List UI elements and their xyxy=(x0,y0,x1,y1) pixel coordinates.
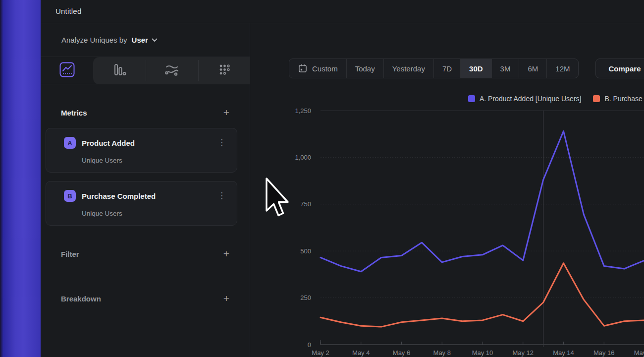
line-chart-icon xyxy=(59,62,75,79)
legend-label: A. Product Added [Unique Users] xyxy=(480,95,581,103)
range-button-label: Custom xyxy=(312,64,338,73)
metric-name: Purchase Completed xyxy=(82,192,156,200)
report-title[interactable]: Untitled xyxy=(55,7,81,15)
metric-badge: B xyxy=(64,190,76,202)
chart-panel: CustomTodayYesterday7D30D3M6M12M Compare… xyxy=(250,23,644,357)
add-metric-button[interactable]: + xyxy=(223,108,229,118)
legend-item[interactable]: B. Purchase Completed [Unique Users] xyxy=(593,95,644,103)
app-screenshot: Untitled Analyze Uniques by User xyxy=(0,0,644,357)
left-gradient-strip xyxy=(0,0,41,357)
query-builder-sidebar: Analyze Uniques by User xyxy=(41,23,250,357)
range-button-label: 7D xyxy=(442,64,452,73)
range-button-label: 12M xyxy=(555,64,570,73)
calendar-icon xyxy=(298,63,308,73)
range-button-30d[interactable]: 30D xyxy=(461,59,492,78)
analyze-by-row: Analyze Uniques by User xyxy=(41,23,250,57)
range-button-custom[interactable]: Custom xyxy=(289,59,347,78)
flows-icon xyxy=(164,63,180,79)
kebab-menu-icon[interactable]: ⋮ xyxy=(217,138,226,148)
range-button-label: Yesterday xyxy=(392,64,425,73)
compare-button[interactable]: Compare xyxy=(595,59,644,78)
range-button-today[interactable]: Today xyxy=(347,59,384,78)
range-button-7d[interactable]: 7D xyxy=(434,59,461,78)
retention-grid-icon xyxy=(217,63,231,79)
metric-badge: A xyxy=(64,137,76,149)
metric-measurement[interactable]: Unique Users xyxy=(82,210,122,217)
add-breakdown-button[interactable]: + xyxy=(223,294,229,303)
kebab-menu-icon[interactable]: ⋮ xyxy=(217,191,226,201)
range-button-6m[interactable]: 6M xyxy=(519,59,547,78)
breakdown-title: Breakdown xyxy=(61,295,101,303)
legend-label: B. Purchase Completed [Unique Users] xyxy=(604,95,644,103)
metrics-title: Metrics xyxy=(61,109,87,117)
tab-bar-chart[interactable] xyxy=(93,57,146,84)
add-filter-button[interactable]: + xyxy=(223,249,229,259)
analyze-by-label: Analyze Uniques by xyxy=(61,36,127,44)
legend-swatch xyxy=(468,95,475,102)
range-button-label: 30D xyxy=(469,64,483,73)
metrics-header: Metrics + xyxy=(61,108,229,118)
range-button-label: Today xyxy=(355,64,375,73)
analytics-app-window: Untitled Analyze Uniques by User xyxy=(41,0,644,357)
range-button-yesterday[interactable]: Yesterday xyxy=(384,59,434,78)
analyze-by-dropdown[interactable]: User xyxy=(132,36,148,44)
metric-measurement[interactable]: Unique Users xyxy=(82,157,122,164)
bar-chart-icon xyxy=(112,62,127,79)
metric-card[interactable]: BPurchase Completed⋮Unique Users xyxy=(46,181,237,226)
range-button-3m[interactable]: 3M xyxy=(492,59,520,78)
legend-item[interactable]: A. Product Added [Unique Users] xyxy=(468,95,581,103)
filter-title: Filter xyxy=(61,250,79,258)
breakdown-header: Breakdown + xyxy=(61,294,229,303)
metric-card[interactable]: AProduct Added⋮Unique Users xyxy=(46,128,237,173)
tab-retention-grid[interactable] xyxy=(198,57,250,84)
legend-swatch xyxy=(593,95,600,102)
range-button-label: 6M xyxy=(528,64,538,73)
date-range-control: CustomTodayYesterday7D30D3M6M12M xyxy=(289,59,579,78)
chevron-down-icon[interactable] xyxy=(152,38,158,42)
tab-line-chart[interactable] xyxy=(41,57,93,84)
top-bar: Untitled xyxy=(41,0,644,23)
filter-header: Filter + xyxy=(61,249,229,259)
range-button-12m[interactable]: 12M xyxy=(547,59,578,78)
chart-legend: A. Product Added [Unique Users]B. Purcha… xyxy=(468,95,644,103)
range-button-label: 3M xyxy=(500,64,511,73)
chart-type-tabbar xyxy=(41,57,250,84)
metric-name: Product Added xyxy=(82,139,135,147)
tab-flows[interactable] xyxy=(146,57,198,84)
